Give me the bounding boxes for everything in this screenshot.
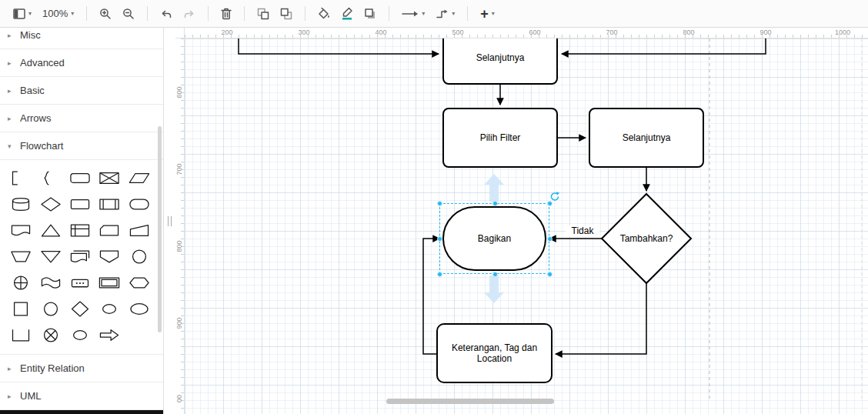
horizontal-scrollbar[interactable]: [386, 399, 554, 404]
shape-brace[interactable]: [35, 165, 65, 191]
shape-preparation[interactable]: [125, 269, 154, 295]
chevron-down-icon: ▾: [422, 11, 425, 17]
shape-manual-input[interactable]: [125, 217, 154, 243]
shape-internal-storage[interactable]: [65, 217, 95, 243]
to-back-button[interactable]: [275, 5, 297, 23]
delete-button[interactable]: [216, 5, 236, 23]
node-selanjutnya-right[interactable]: Selanjutnya: [589, 108, 704, 168]
shape-extract[interactable]: [35, 217, 65, 243]
shape-oval[interactable]: [65, 322, 95, 348]
sidebar-resize-gutter[interactable]: [164, 28, 175, 414]
shape-database[interactable]: [6, 191, 35, 217]
sidebar-section-uml[interactable]: ▸ UML: [0, 382, 163, 410]
shape-paper-tape[interactable]: [35, 269, 65, 295]
redo-button[interactable]: [179, 5, 200, 22]
ruler-number: 700: [175, 158, 183, 181]
shape-collate[interactable]: [95, 165, 124, 191]
shape-display[interactable]: [95, 269, 124, 295]
fill-color-button[interactable]: [313, 5, 335, 23]
shape-summing-junction[interactable]: [6, 269, 35, 295]
shape-merge[interactable]: [35, 243, 65, 269]
selection-handle-top-right[interactable]: [547, 201, 553, 206]
shape-bracket[interactable]: [6, 165, 35, 191]
shape-terminator[interactable]: [125, 191, 154, 217]
collate-shape-icon: [98, 170, 121, 186]
edge-label-tidak[interactable]: Tidak: [566, 225, 599, 236]
square-shape-icon: [9, 301, 32, 317]
direction-arrow-down-icon[interactable]: [484, 275, 504, 303]
node-bagikan[interactable]: Bagikan: [442, 206, 546, 271]
sidebar-section-basic[interactable]: ▸ Basic: [0, 77, 163, 105]
rotate-icon: [549, 191, 560, 202]
connection-style-button[interactable]: ▾: [397, 7, 429, 21]
sidebar-section-advanced[interactable]: ▸ Advanced: [0, 49, 163, 77]
sidebar-section-entity-relation[interactable]: ▸ Entity Relation: [0, 355, 163, 382]
edge-loop-right-to-top[interactable]: [562, 38, 766, 54]
selection-handle-top-middle[interactable]: [492, 201, 498, 206]
shape-ellipse-small[interactable]: [95, 295, 124, 322]
shape-diamond[interactable]: [65, 295, 95, 322]
page-view-icon: [13, 8, 25, 19]
shape-predefined-process[interactable]: [95, 191, 124, 217]
zoom-in-button[interactable]: [95, 5, 116, 23]
drawing-canvas[interactable]: Selanjutnya Pilih Filter Selanjutnya Tam…: [185, 38, 868, 414]
shape-card[interactable]: [95, 217, 124, 243]
selection-handle-bottom-left[interactable]: [437, 272, 442, 277]
shape-multi-document[interactable]: [65, 243, 95, 269]
shape-rounded-rectangle[interactable]: [65, 165, 95, 191]
selection-handle-middle-left[interactable]: [437, 236, 442, 242]
to-front-button[interactable]: [252, 5, 274, 23]
shape-decision[interactable]: [35, 191, 65, 217]
rotate-handle[interactable]: [549, 191, 560, 202]
node-tambahkan-label[interactable]: Tambahkan?: [602, 194, 691, 283]
sidebar-section-misc[interactable]: ▸ Misc: [0, 28, 163, 49]
selection-handle-bottom-right[interactable]: [547, 272, 553, 277]
undo-button[interactable]: [155, 5, 177, 22]
shape-off-page-connector[interactable]: [95, 243, 124, 269]
toolbar-separator: [244, 6, 245, 21]
sidebar-section-flowchart[interactable]: ▾ Flowchart: [0, 132, 163, 160]
toolbar-separator: [467, 6, 468, 21]
plus-icon: +: [480, 9, 489, 18]
sidebar-scrollbar[interactable]: [158, 126, 162, 332]
shape-process[interactable]: [65, 191, 95, 217]
shadow-button[interactable]: [359, 5, 381, 23]
chevron-right-icon: ▸: [8, 392, 15, 400]
edge-tambahkan-to-keterangan[interactable]: [556, 283, 646, 354]
waypoint-style-button[interactable]: ▾: [431, 6, 459, 22]
toolbar-separator: [147, 6, 148, 21]
shape-container[interactable]: [6, 322, 35, 348]
selection-handle-middle-right[interactable]: [547, 236, 553, 242]
shape-connector[interactable]: [125, 243, 154, 269]
diagram-editor-window: ▾ 100% ▾: [0, 0, 868, 414]
node-keterangan[interactable]: Keterangan, Tag dan Location: [436, 323, 553, 383]
view-button[interactable]: ▾: [8, 5, 36, 22]
selection-handle-bottom-middle[interactable]: [492, 272, 498, 277]
chevron-down-icon: ▾: [71, 11, 74, 17]
connection-arrow-icon: [402, 10, 419, 18]
block-arrow-shape-icon: [98, 327, 121, 343]
shape-manual-operation[interactable]: [6, 243, 35, 269]
chevron-down-icon: ▾: [492, 11, 495, 17]
shape-annotation[interactable]: [65, 269, 95, 295]
line-color-button[interactable]: [336, 4, 358, 23]
shape-ellipse[interactable]: [125, 295, 154, 322]
selection-handle-top-left[interactable]: [437, 201, 442, 206]
shape-document[interactable]: [6, 217, 35, 243]
off-page-connector-shape-icon: [98, 249, 121, 265]
zoom-select[interactable]: 100% ▾: [38, 5, 78, 22]
shape-square[interactable]: [6, 295, 35, 322]
direction-arrow-up-icon[interactable]: [484, 174, 504, 202]
sidebar-section-arrows[interactable]: ▸ Arrows: [0, 105, 163, 132]
toolbar: ▾ 100% ▾: [0, 0, 868, 28]
shape-arrow-right[interactable]: [95, 322, 124, 348]
shape-or[interactable]: [35, 322, 65, 348]
shape-parallelogram[interactable]: [125, 165, 154, 191]
oval-shape-icon: [68, 327, 92, 343]
node-selanjutnya-top[interactable]: Selanjutnya: [442, 38, 558, 85]
node-pilih-filter[interactable]: Pilih Filter: [442, 108, 558, 168]
zoom-out-button[interactable]: [118, 5, 139, 23]
insert-button[interactable]: + ▾: [476, 6, 499, 22]
shape-circle[interactable]: [35, 295, 65, 322]
edge-loop-left-to-top[interactable]: [239, 38, 439, 54]
